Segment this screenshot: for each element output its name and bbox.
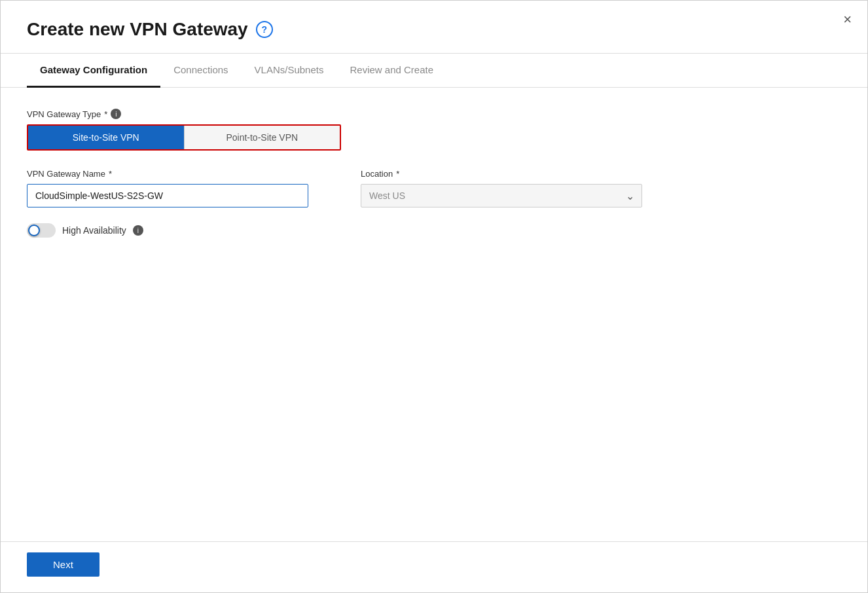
high-availability-toggle[interactable]: [27, 223, 56, 238]
tab-connections[interactable]: Connections: [160, 54, 241, 88]
vpn-type-label: VPN Gateway Type * i: [27, 109, 841, 119]
help-icon[interactable]: ?: [256, 21, 273, 38]
location-select-wrapper: West US East US Central US West Europe E…: [361, 184, 642, 207]
vpn-type-toggle-group: Site-to-Site VPN Point-to-Site VPN: [27, 124, 341, 151]
location-select[interactable]: West US East US Central US West Europe E…: [361, 184, 642, 207]
tab-gateway-configuration[interactable]: Gateway Configuration: [27, 54, 160, 88]
name-location-row: VPN Gateway Name * Location * West US Ea…: [27, 169, 841, 207]
vpn-name-input[interactable]: [27, 184, 308, 207]
toggle-knob: [28, 225, 40, 236]
location-required-indicator: *: [396, 169, 399, 179]
vpn-name-group: VPN Gateway Name *: [27, 169, 308, 207]
next-button[interactable]: Next: [27, 552, 99, 577]
high-availability-row: High Availability i: [27, 223, 841, 238]
high-availability-info-icon[interactable]: i: [133, 225, 143, 236]
vpn-name-label: VPN Gateway Name *: [27, 169, 308, 179]
vpn-type-info-icon[interactable]: i: [111, 109, 121, 119]
name-required-indicator: *: [109, 169, 112, 179]
vpn-type-section: VPN Gateway Type * i Site-to-Site VPN Po…: [27, 109, 841, 151]
page-title: Create new VPN Gateway: [27, 19, 248, 40]
tabs-bar: Gateway Configuration Connections VLANs/…: [1, 54, 867, 88]
close-button[interactable]: ×: [843, 12, 852, 27]
high-availability-label: High Availability: [62, 225, 126, 236]
create-vpn-gateway-modal: × Create new VPN Gateway ? Gateway Confi…: [0, 0, 868, 593]
tab-review-create[interactable]: Review and Create: [336, 54, 446, 88]
modal-body: VPN Gateway Type * i Site-to-Site VPN Po…: [1, 88, 867, 541]
location-group: Location * West US East US Central US We…: [361, 169, 642, 207]
site-to-site-button[interactable]: Site-to-Site VPN: [28, 126, 184, 149]
modal-header: Create new VPN Gateway ?: [1, 1, 867, 40]
modal-footer: Next: [1, 541, 867, 592]
point-to-site-button[interactable]: Point-to-Site VPN: [184, 126, 340, 149]
tab-vlans-subnets[interactable]: VLANs/Subnets: [242, 54, 337, 88]
location-label: Location *: [361, 169, 642, 179]
required-indicator: *: [104, 109, 107, 119]
